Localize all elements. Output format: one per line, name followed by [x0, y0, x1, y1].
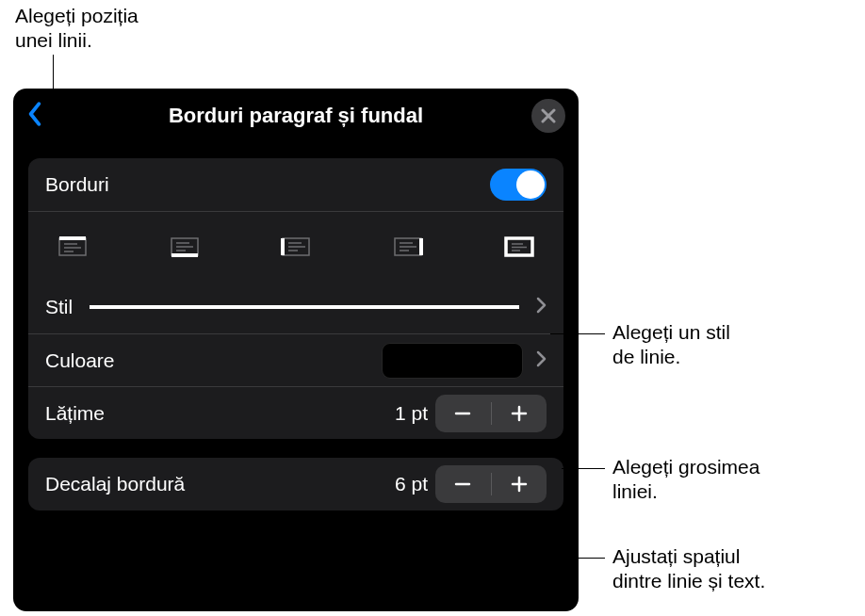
- offset-value: 6 pt: [362, 473, 428, 495]
- callout-text: unei linii.: [15, 28, 139, 53]
- callout-line: [562, 558, 605, 559]
- callout-position: Alegeți poziția unei linii.: [15, 4, 139, 54]
- callout-text: dintre linie și text.: [612, 569, 765, 593]
- borders-toggle-row: Borduri: [28, 158, 563, 211]
- chevron-right-icon: [536, 349, 547, 372]
- close-button[interactable]: [531, 99, 565, 133]
- panel-header: Borduri paragraf și fundal: [13, 89, 579, 143]
- borders-panel: Borduri paragraf și fundal Borduri: [13, 89, 579, 611]
- callout-line: [562, 468, 605, 469]
- offset-increment[interactable]: [492, 465, 547, 503]
- color-swatch[interactable]: [382, 343, 523, 379]
- width-row: Lățime 1 pt: [28, 386, 563, 439]
- chevron-left-icon: [26, 102, 43, 126]
- minus-icon: [453, 475, 472, 494]
- border-position-left[interactable]: [280, 235, 312, 258]
- offset-section: Decalaj bordură 6 pt: [28, 458, 563, 511]
- callout-text: Alegeți un stil: [612, 320, 730, 345]
- style-preview-line: [90, 305, 519, 309]
- callout-line: [550, 333, 605, 334]
- border-position-top[interactable]: [57, 235, 89, 258]
- width-decrement[interactable]: [435, 395, 491, 432]
- border-top-icon: [57, 235, 89, 258]
- callout-text: Ajustați spațiul: [612, 544, 765, 569]
- width-stepper: [435, 395, 547, 432]
- style-label: Stil: [45, 296, 73, 318]
- plus-icon: [510, 404, 529, 423]
- border-right-icon: [392, 235, 424, 258]
- close-icon: [541, 108, 556, 123]
- callout-text: Alegeți poziția: [15, 4, 139, 28]
- border-bottom-icon: [169, 235, 201, 258]
- chevron-right-icon: [536, 296, 547, 318]
- offset-row: Decalaj bordură 6 pt: [28, 458, 563, 511]
- border-position-row: [28, 211, 563, 281]
- border-left-icon: [280, 235, 312, 258]
- borders-section: Borduri: [28, 158, 563, 439]
- callout-offset: Ajustați spațiul dintre linie și text.: [612, 544, 765, 594]
- width-increment[interactable]: [492, 395, 547, 432]
- border-position-all[interactable]: [503, 235, 535, 258]
- svg-rect-2: [59, 238, 86, 255]
- minus-icon: [453, 404, 472, 423]
- callout-text: Alegeți grosimea: [612, 455, 759, 479]
- color-row[interactable]: Culoare: [28, 333, 563, 386]
- border-position-bottom[interactable]: [169, 235, 201, 258]
- offset-stepper: [435, 465, 547, 503]
- borders-label: Borduri: [45, 173, 109, 196]
- color-label: Culoare: [45, 349, 115, 372]
- panel-title: Borduri paragraf și fundal: [169, 104, 423, 128]
- borders-toggle[interactable]: [490, 169, 547, 201]
- plus-icon: [510, 475, 529, 494]
- callout-style: Alegeți un stil de linie.: [612, 320, 730, 370]
- callout-width: Alegeți grosimea liniei.: [612, 455, 759, 505]
- toggle-knob: [516, 170, 545, 199]
- callout-text: de linie.: [612, 345, 730, 369]
- offset-label: Decalaj bordură: [45, 473, 185, 495]
- back-button[interactable]: [26, 102, 43, 130]
- border-position-right[interactable]: [392, 235, 424, 258]
- width-value: 1 pt: [362, 402, 428, 425]
- border-all-icon: [503, 235, 535, 258]
- width-label: Lățime: [45, 402, 105, 425]
- offset-decrement[interactable]: [435, 465, 491, 503]
- callout-text: liniei.: [612, 479, 759, 504]
- style-row[interactable]: Stil: [28, 281, 563, 333]
